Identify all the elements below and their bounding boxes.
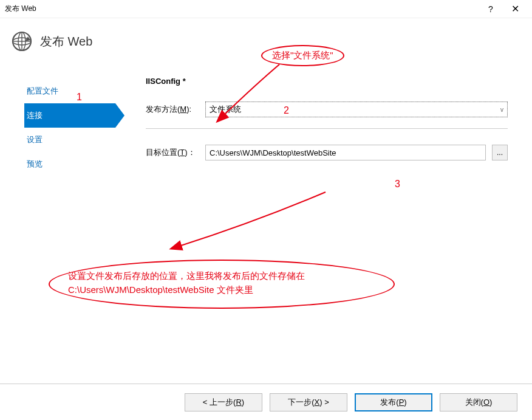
window-title: 发布 Web <box>5 4 479 14</box>
divider <box>146 128 508 129</box>
target-location-input[interactable] <box>205 145 486 160</box>
help-button[interactable]: ? <box>479 4 503 14</box>
dialog-footer: < 上一步(R) 下一步(X) > 发布(P) 关闭(O) <box>0 384 532 420</box>
globe-icon <box>11 30 33 52</box>
annotation-bubble-2: 设置文件发布后存放的位置，这里我将发布后的文件存储在 C:\Users\WJM\… <box>49 260 395 309</box>
prev-button[interactable]: < 上一步(R) <box>185 393 262 411</box>
sidebar-item-label: 配置文件 <box>27 86 58 97</box>
chevron-down-icon: v <box>500 106 503 113</box>
sidebar-item-profile[interactable]: 配置文件 <box>24 79 115 103</box>
publish-method-row: 发布方法(M): 文件系统 v <box>146 102 508 117</box>
publish-method-value: 文件系统 <box>210 104 241 115</box>
ellipsis-icon: ... <box>497 148 503 157</box>
annotation-bubble-2-line1: 设置文件发布后存放的位置，这里我将发布后的文件存储在 <box>68 269 375 283</box>
sidebar-item-label: 设置 <box>27 134 43 145</box>
dialog-header: 发布 Web <box>0 18 532 62</box>
publish-method-select[interactable]: 文件系统 v <box>205 102 508 117</box>
sidebar-item-settings[interactable]: 设置 <box>24 128 115 152</box>
sidebar-item-label: 预览 <box>27 159 43 170</box>
page-title: 发布 Web <box>40 33 92 50</box>
sidebar-item-connection[interactable]: 连接 <box>24 103 115 128</box>
annotation-bubble-2-line2: C:\Users\WJM\Desktop\testWebSite 文件夹里 <box>68 283 375 297</box>
publish-method-label: 发布方法(M): <box>146 104 205 115</box>
close-button[interactable]: ✕ <box>503 3 527 15</box>
next-button[interactable]: 下一步(X) > <box>270 393 347 411</box>
publish-button[interactable]: 发布(P) <box>355 393 432 411</box>
browse-button[interactable]: ... <box>492 145 508 160</box>
wizard-content: IISConfig * 发布方法(M): 文件系统 v 目标位置(T)： ... <box>115 62 532 176</box>
target-location-row: 目标位置(T)： ... <box>146 145 508 160</box>
annotation-number-3: 3 <box>395 179 400 190</box>
close-dialog-button[interactable]: 关闭(O) <box>440 393 517 411</box>
titlebar: 发布 Web ? ✕ <box>0 0 532 18</box>
section-title: IISConfig * <box>146 77 508 86</box>
target-location-label: 目标位置(T)： <box>146 147 205 158</box>
sidebar-item-label: 连接 <box>27 110 43 121</box>
wizard-sidebar: 配置文件 连接 设置 预览 <box>0 62 115 176</box>
dialog-body: 配置文件 连接 设置 预览 IISConfig * 发布方法(M): 文件系统 … <box>0 62 532 176</box>
sidebar-item-preview[interactable]: 预览 <box>24 152 115 176</box>
